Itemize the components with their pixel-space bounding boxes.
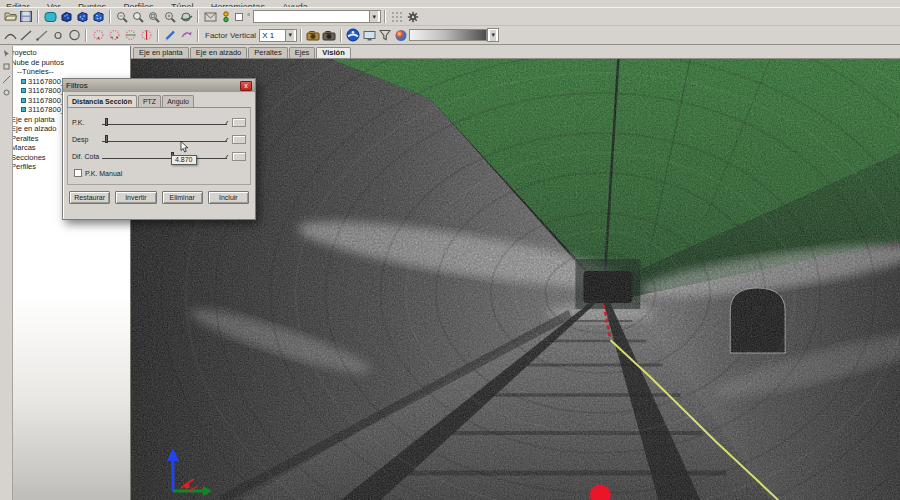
- tree-item-nube-de-puntos[interactable]: Nube de puntos: [13, 58, 130, 68]
- tab-ejes[interactable]: Ejes: [289, 47, 316, 58]
- dialog-title: Filtros: [66, 81, 88, 90]
- zoom-window-icon[interactable]: [146, 9, 162, 24]
- tab-vision[interactable]: Visión: [316, 47, 350, 58]
- pk-manual-row: P.K. Manual: [68, 165, 250, 177]
- line-icon[interactable]: [34, 28, 50, 43]
- dialog-tab-distancia-seccion[interactable]: Distancia Sección: [67, 95, 137, 107]
- toolbar-separator: [197, 10, 199, 23]
- factor-vertical-value: X 1: [262, 31, 274, 40]
- pk-slider-thumb[interactable]: [105, 118, 108, 126]
- slider-row-dif-cota: Dif. Cota: [68, 148, 250, 165]
- cloud-cube-icon[interactable]: [74, 9, 90, 24]
- select-arrow-icon[interactable]: [2, 49, 11, 58]
- section-scatter-icon[interactable]: [106, 28, 122, 43]
- save-icon[interactable]: [18, 9, 34, 24]
- circle-large-icon[interactable]: [66, 28, 82, 43]
- slider-label-dif-cota: Dif. Cota: [72, 153, 102, 160]
- degree-symbol-label: °: [247, 12, 250, 21]
- dialog-tab-content: P.K. Desp Dif. Cota: [67, 107, 251, 185]
- chevron-down-icon[interactable]: ▼: [369, 11, 378, 22]
- menu-bar: Editar Ver Puntos Perfiles Túnel Herrami…: [0, 0, 900, 8]
- dialog-tab-ptz[interactable]: PTZ: [138, 95, 161, 107]
- node-icon[interactable]: [2, 88, 11, 97]
- filtros-dialog[interactable]: Filtros x Distancia Sección PTZ Angulo P…: [62, 78, 256, 220]
- desp-slider-button[interactable]: [232, 135, 246, 144]
- toolbar-separator: [197, 29, 199, 42]
- angle-checkbox[interactable]: [235, 13, 243, 21]
- color-sphere-icon[interactable]: [393, 28, 409, 43]
- zoom-extents-icon[interactable]: [162, 9, 178, 24]
- toolbar-separator: [37, 10, 39, 23]
- filter-funnel-icon[interactable]: [377, 28, 393, 43]
- desp-slider[interactable]: [102, 135, 227, 144]
- slider-label-desp: Desp: [72, 136, 102, 143]
- pan-hand-icon[interactable]: [2, 62, 11, 71]
- chevron-down-icon[interactable]: ▼: [490, 30, 496, 41]
- arc-icon[interactable]: [2, 28, 18, 43]
- section-scatter-icon[interactable]: [90, 28, 106, 43]
- app-window: Editar Ver Puntos Perfiles Túnel Herrami…: [0, 0, 900, 500]
- slider-value-tooltip: 4.870: [171, 155, 197, 165]
- open-folder-icon[interactable]: [2, 9, 18, 24]
- gradient-dropdown[interactable]: ▼: [487, 28, 499, 42]
- zoom-in-icon[interactable]: [114, 9, 130, 24]
- cloud-cube-icon[interactable]: [90, 9, 106, 24]
- line-icon[interactable]: [18, 28, 34, 43]
- mouse-cursor-icon: [180, 141, 189, 153]
- camera-icon[interactable]: [305, 28, 321, 43]
- dialog-titlebar[interactable]: Filtros x: [63, 79, 255, 92]
- draw-pencil-icon[interactable]: [162, 28, 178, 43]
- cloud-cube-icon[interactable]: [58, 9, 74, 24]
- orbit-icon[interactable]: [178, 9, 194, 24]
- toolbar-separator: [384, 10, 386, 23]
- toolbar-separator: [300, 29, 302, 42]
- scan-icon: [21, 79, 26, 84]
- tab-peraltes[interactable]: Peraltes: [248, 47, 288, 58]
- left-mini-toolbar: [0, 46, 13, 500]
- pk-manual-label: P.K. Manual: [85, 170, 122, 177]
- restaurar-button[interactable]: Restaurar: [69, 191, 110, 204]
- slider-label-pk: P.K.: [72, 119, 102, 126]
- circle-small-icon[interactable]: [50, 28, 66, 43]
- angle-indicator-icon[interactable]: [218, 9, 234, 24]
- incluir-button[interactable]: Incluir: [208, 191, 249, 204]
- grayscale-gradient-combo[interactable]: [409, 29, 487, 41]
- settings-gear-icon[interactable]: [405, 9, 421, 24]
- camera-icon[interactable]: [321, 28, 337, 43]
- info-sphere-icon[interactable]: [345, 28, 361, 43]
- dialog-buttons: Restaurar Invertir Eliminar Incluir: [63, 185, 255, 204]
- dif-cota-slider[interactable]: [102, 152, 227, 161]
- toolbar-drawing: Factor Vertical X 1 ▼ ▼: [0, 26, 900, 45]
- tree-item-tuneles[interactable]: --Túneles--: [17, 67, 130, 77]
- section-scatter-icon[interactable]: [122, 28, 138, 43]
- section-scatter-icon[interactable]: [138, 28, 154, 43]
- tab-eje-en-planta[interactable]: Eje en planta: [133, 47, 189, 58]
- measure-icon[interactable]: [2, 75, 11, 84]
- dif-cota-slider-button[interactable]: [232, 152, 246, 161]
- slider-row-pk: P.K.: [68, 114, 250, 131]
- toolbar-separator: [85, 29, 87, 42]
- angle-combo[interactable]: ▼: [253, 10, 381, 23]
- dialog-tab-angulo[interactable]: Angulo: [162, 95, 194, 107]
- scan-icon: [21, 98, 26, 103]
- dialog-tabs: Distancia Sección PTZ Angulo: [63, 92, 255, 107]
- factor-vertical-label: Factor Vertical: [205, 31, 256, 40]
- factor-vertical-combo[interactable]: X 1 ▼: [259, 29, 297, 42]
- invertir-button[interactable]: Invertir: [115, 191, 156, 204]
- pk-slider-button[interactable]: [232, 118, 246, 127]
- close-icon[interactable]: x: [240, 81, 252, 91]
- pk-slider[interactable]: [102, 118, 227, 127]
- chevron-down-icon[interactable]: ▼: [285, 30, 294, 41]
- pointcloud-box-icon[interactable]: [42, 9, 58, 24]
- desp-slider-thumb[interactable]: [105, 135, 108, 143]
- tab-eje-en-alzado[interactable]: Eje en alzado: [190, 47, 247, 58]
- tree-item-proyecto[interactable]: Proyecto: [13, 48, 130, 58]
- monitor-icon[interactable]: [361, 28, 377, 43]
- zoom-out-icon[interactable]: [130, 9, 146, 24]
- eliminar-button[interactable]: Eliminar: [162, 191, 203, 204]
- pk-manual-checkbox[interactable]: [74, 169, 82, 177]
- toolbar-standard: ° ▼: [0, 8, 900, 26]
- grid-dots-icon[interactable]: [389, 9, 405, 24]
- snapshot-icon[interactable]: [202, 9, 218, 24]
- rotate-section-icon[interactable]: [178, 28, 194, 43]
